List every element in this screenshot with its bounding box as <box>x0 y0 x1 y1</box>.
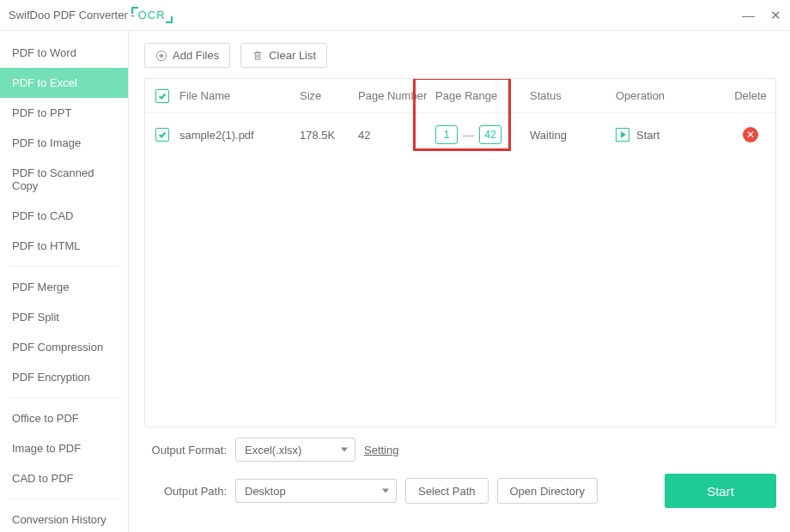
row-pagenum: 42 <box>358 129 435 142</box>
plus-circle-icon <box>155 50 167 62</box>
row-size: 178.5K <box>300 129 358 142</box>
play-icon <box>616 128 629 142</box>
add-files-label: Add Files <box>173 49 219 62</box>
app-title: SwifDoo PDF Converter - <box>9 9 135 21</box>
sidebar-separator <box>10 266 118 267</box>
row-status: Waiting <box>530 129 616 142</box>
toolbar: Add Files Clear List <box>144 43 776 68</box>
page-range-cell: 1 — 42 <box>435 125 530 144</box>
start-button[interactable]: Start <box>665 474 776 508</box>
main-panel: Add Files Clear List File Name Size Page… <box>129 31 790 532</box>
delete-row-button[interactable]: ✕ <box>743 127 758 142</box>
sidebar-item-pdf-to-word[interactable]: PDF to Word <box>0 38 128 68</box>
select-all-checkbox[interactable] <box>155 89 169 103</box>
window-controls: — ✕ <box>742 8 781 23</box>
add-files-button[interactable]: Add Files <box>144 43 230 68</box>
header-pagenum: Page Number <box>358 89 435 102</box>
sidebar: PDF to Word PDF to Excel PDF to PPT PDF … <box>0 31 129 532</box>
header-delete: Delete <box>726 89 775 102</box>
sidebar-item-conversion-history[interactable]: Conversion History <box>0 505 128 532</box>
table-header: File Name Size Page Number Page Range St… <box>145 79 775 113</box>
sidebar-item-image-to-pdf[interactable]: Image to PDF <box>0 433 128 463</box>
range-dash: — <box>463 129 474 142</box>
header-file: File Name <box>179 89 300 102</box>
header-operation: Operation <box>616 89 726 102</box>
output-format-label: Output Format: <box>144 444 227 456</box>
ocr-badge[interactable]: OCR <box>135 9 169 21</box>
trash-icon <box>252 50 264 62</box>
header-size: Size <box>300 89 358 102</box>
clear-list-label: Clear List <box>269 49 316 62</box>
clear-list-button[interactable]: Clear List <box>240 43 327 68</box>
sidebar-item-pdf-to-cad[interactable]: PDF to CAD <box>0 201 128 231</box>
titlebar: SwifDoo PDF Converter - OCR — ✕ <box>0 0 790 31</box>
setting-link[interactable]: Setting <box>364 444 398 456</box>
sidebar-item-pdf-merge[interactable]: PDF Merge <box>0 272 128 302</box>
sidebar-separator <box>10 397 118 398</box>
row-operation[interactable]: Start <box>616 128 726 142</box>
footer: Output Format: Excel(.xlsx) Setting Outp… <box>144 427 776 520</box>
sidebar-item-office-to-pdf[interactable]: Office to PDF <box>0 403 128 433</box>
output-path-label: Output Path: <box>144 485 227 498</box>
sidebar-item-pdf-to-scanned[interactable]: PDF to Scanned Copy <box>0 158 128 201</box>
sidebar-item-pdf-compression[interactable]: PDF Compression <box>0 332 128 362</box>
row-file: sample2(1).pdf <box>179 129 300 142</box>
sidebar-item-cad-to-pdf[interactable]: CAD to PDF <box>0 463 128 493</box>
row-checkbox[interactable] <box>155 128 169 142</box>
page-range-from[interactable]: 1 <box>435 125 458 144</box>
header-status: Status <box>530 89 616 102</box>
select-path-button[interactable]: Select Path <box>405 478 489 504</box>
output-path-select[interactable]: Desktop <box>235 479 397 503</box>
header-range: Page Range <box>435 89 530 102</box>
file-table: File Name Size Page Number Page Range St… <box>144 78 776 427</box>
page-range-to[interactable]: 42 <box>479 125 501 144</box>
sidebar-separator <box>10 499 118 499</box>
sidebar-item-pdf-to-ppt[interactable]: PDF to PPT <box>0 98 128 128</box>
output-format-select[interactable]: Excel(.xlsx) <box>235 438 356 462</box>
sidebar-item-pdf-to-excel[interactable]: PDF to Excel <box>0 68 128 98</box>
minimize-icon[interactable]: — <box>742 8 755 23</box>
row-op-label: Start <box>636 129 659 142</box>
table-row: sample2(1).pdf 178.5K 42 1 — 42 Waiting … <box>145 113 775 156</box>
sidebar-item-pdf-to-html[interactable]: PDF to HTML <box>0 231 128 261</box>
open-directory-button[interactable]: Open Directory <box>497 478 598 504</box>
sidebar-item-pdf-split[interactable]: PDF Split <box>0 302 128 332</box>
sidebar-item-pdf-to-image[interactable]: PDF to Image <box>0 128 128 158</box>
close-icon[interactable]: ✕ <box>770 8 781 23</box>
sidebar-item-pdf-encryption[interactable]: PDF Encryption <box>0 362 128 392</box>
